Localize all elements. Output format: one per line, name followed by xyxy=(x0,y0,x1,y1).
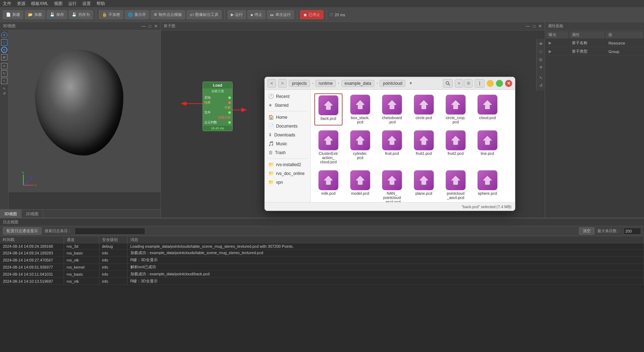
file-item-14[interactable]: NAN_ pointcloud _ascii.pcd xyxy=(378,169,406,202)
dialog-maximize-button[interactable] xyxy=(496,80,503,87)
file-item-12[interactable]: milk.pcd xyxy=(314,169,343,202)
algo-tool-box[interactable]: □ xyxy=(537,48,544,55)
time-value: 20 ms xyxy=(335,13,345,17)
algo-tool-eye[interactable]: 👁 xyxy=(537,40,544,47)
file-item-4[interactable]: circle_crop. pcd xyxy=(441,93,470,125)
sidebar-home[interactable]: 🏠 Home xyxy=(265,113,310,122)
tab-3d[interactable]: 3D视图 xyxy=(0,210,22,218)
file-item-17[interactable]: sphere.pcd xyxy=(473,169,502,202)
display-button[interactable]: 🌐 显示开 xyxy=(125,10,149,19)
view3d-minimize[interactable]: — xyxy=(142,24,146,29)
dialog-search-button[interactable] xyxy=(443,79,453,88)
box-icon[interactable]: □ xyxy=(1,39,7,46)
dialog-list-view-btn[interactable]: ≡ xyxy=(455,79,463,88)
log-filter-button[interactable]: 配置日志通道显示 xyxy=(3,227,42,235)
circle-icon[interactable]: ◎ xyxy=(1,47,7,53)
run-button[interactable]: ▶ 运行 xyxy=(228,10,246,19)
breadcrumb-pointcloud[interactable]: pointcloud xyxy=(380,80,405,87)
tab-2d[interactable]: 2D视图 xyxy=(22,210,43,218)
file-item-8[interactable]: fruit.pcd xyxy=(378,129,406,165)
props-col-headers: 曝光 属性 值 xyxy=(546,31,643,39)
file-item-7[interactable]: cylinder. pcd xyxy=(346,129,374,165)
log-max-input[interactable] xyxy=(623,228,641,235)
algo-tool-circle[interactable]: ◎ xyxy=(537,56,544,63)
breadcrumb-dropdown[interactable]: ▼ xyxy=(408,81,414,86)
file-item-6[interactable]: ClusterExtr action_ cloud.pcd xyxy=(314,129,343,165)
move-icon[interactable]: ✛ xyxy=(1,63,7,69)
annotate-button[interactable]: 🏷 图像标注工具 xyxy=(187,10,222,19)
single-run-button[interactable]: ⏭ 单次运行 xyxy=(267,10,294,19)
file-item-16[interactable]: pointcloud _ascii.pcd xyxy=(441,169,470,202)
breadcrumb-example-data[interactable]: example_data xyxy=(341,80,374,87)
sidebar-separator-2 xyxy=(268,158,308,159)
view3d-title: 3D视图 xyxy=(3,23,139,29)
breadcrumb-projects[interactable]: projects xyxy=(289,80,310,87)
template-button[interactable]: ⚙ 制作点云模板 xyxy=(151,10,185,19)
dialog-details-view-btn[interactable]: ☰ xyxy=(464,79,473,88)
menu-item-template[interactable]: 模板XML xyxy=(31,1,48,7)
sidebar-starred[interactable]: ★ Starred xyxy=(265,101,310,110)
load-button[interactable]: 📂 加载 xyxy=(25,10,45,19)
dialog-forward-btn[interactable]: > xyxy=(278,79,287,88)
breadcrumb-runtime[interactable]: runtime xyxy=(315,80,336,87)
new-button[interactable]: 📄 新建 xyxy=(3,10,23,19)
algo-tool-cross[interactable]: ✛ xyxy=(537,64,544,71)
log-row-4: 2024-08-14 14:10:11.041031 rvs_basic inf… xyxy=(0,271,644,278)
menu-item-view[interactable]: 视图 xyxy=(54,1,63,7)
file-item-5[interactable]: cloud.pcd xyxy=(473,93,502,125)
log-clear-button[interactable]: 清空 xyxy=(579,227,595,235)
scale-icon[interactable]: ⤡ xyxy=(1,78,7,84)
sidebar-recent[interactable]: 🕐 Recent xyxy=(265,92,310,101)
algo-minimize[interactable]: — xyxy=(526,24,530,29)
algo-tool-cursor[interactable]: ↖ xyxy=(537,74,544,81)
file-item-15[interactable]: plane.pcd xyxy=(410,169,438,202)
unlock-icon: 🔓 xyxy=(102,12,107,17)
sidebar-vpn[interactable]: 📁 vpn xyxy=(265,178,310,187)
cursor-icon[interactable]: ↖ xyxy=(3,87,6,90)
view3d-maximize[interactable]: □ xyxy=(149,24,151,29)
props-panel: 属性面板 曝光 属性 值 ▶ 算子名称 Resource ▶ 算子类型 Grou… xyxy=(545,22,644,218)
view3d-tool4[interactable]: ⊞ xyxy=(1,54,7,60)
file-icon-10 xyxy=(446,130,466,150)
file-name-11: line.pcd xyxy=(481,151,494,156)
dialog-menu-button[interactable] xyxy=(475,79,485,88)
save-as-button[interactable]: 💾 另存为 xyxy=(69,10,93,19)
sidebar-trash[interactable]: 🗑 Trash xyxy=(265,148,310,157)
eye-icon[interactable]: 👁 xyxy=(1,32,7,38)
sidebar-downloads[interactable]: ⬇ Downloads xyxy=(265,130,310,139)
sidebar-music[interactable]: 🎵 Music xyxy=(265,139,310,148)
stop-button[interactable]: ■ 停止 xyxy=(247,10,265,19)
sidebar-documents[interactable]: 📄 Documents xyxy=(265,122,310,130)
view3d-close[interactable]: ✕ xyxy=(154,24,158,29)
menu-item-settings[interactable]: 设置 xyxy=(82,1,91,7)
file-item-3[interactable]: circle.pcd xyxy=(410,93,438,125)
file-item-9[interactable]: fruit1.pcd xyxy=(410,129,438,165)
rotate-icon[interactable]: ↻ xyxy=(1,70,7,77)
refresh-icon[interactable]: ↺ xyxy=(3,92,6,95)
no-encrypt-button[interactable]: 🔓 不加密 xyxy=(99,10,123,19)
breadcrumb-sep3: › xyxy=(376,81,377,85)
log-row-5: 2024-08-14 14:10:13.519697 rvs_vtk info … xyxy=(0,278,644,285)
menu-item-help[interactable]: 帮助 xyxy=(96,1,105,7)
log-search-input[interactable] xyxy=(75,228,145,235)
menu-item-file[interactable]: 文件 xyxy=(3,1,11,7)
sidebar-rvs-doc[interactable]: 📁 rvs_doc_online xyxy=(265,169,310,178)
menu-item-run[interactable]: 运行 xyxy=(68,1,77,7)
sidebar-rvs-installed[interactable]: 📁 rvs-installed2 xyxy=(265,160,310,169)
file-item-1[interactable]: box_stack. pcd xyxy=(346,93,374,125)
algo-close[interactable]: ✕ xyxy=(538,24,542,29)
dialog-close-button[interactable]: ✕ xyxy=(505,80,512,87)
save-button[interactable]: 💾 保存 xyxy=(47,10,67,19)
file-item-10[interactable]: fruit2.pcd xyxy=(441,129,470,165)
algo-maximize[interactable]: □ xyxy=(533,24,535,29)
stop-all-button[interactable]: ⏹ 已停止 xyxy=(300,10,323,19)
menu-item-resource[interactable]: 资源 xyxy=(17,1,25,7)
dialog-minimize-button[interactable] xyxy=(487,80,494,87)
file-item-2[interactable]: chessboard .pcd xyxy=(378,93,406,125)
file-item-13[interactable]: model.pcd xyxy=(346,169,374,202)
file-item-0[interactable]: back.pcd xyxy=(314,93,343,125)
algo-tool-refresh[interactable]: ↺ xyxy=(537,82,544,89)
load-node[interactable]: Load 加载元素 启动 结果 失败 文件 xyxy=(203,82,233,131)
file-item-11[interactable]: line.pcd xyxy=(473,129,502,165)
dialog-back-btn[interactable]: < xyxy=(268,79,276,88)
